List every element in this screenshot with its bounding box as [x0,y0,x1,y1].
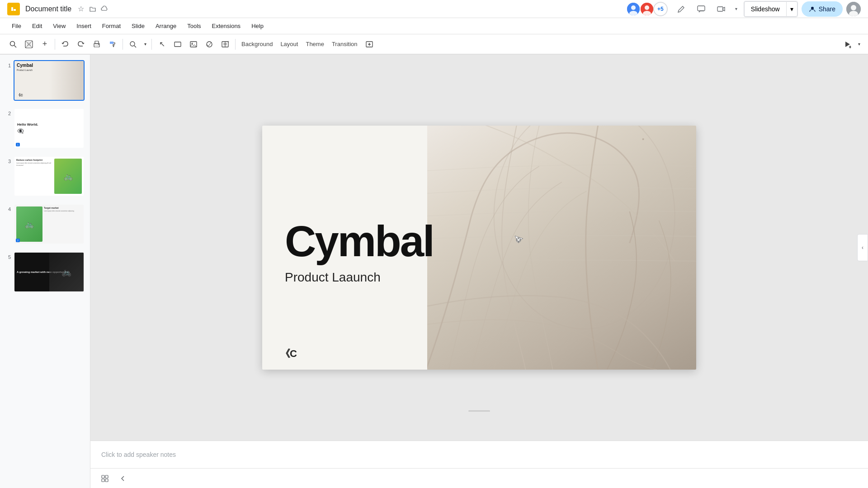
zoom-out-btn[interactable] [21,37,37,52]
slide-number-5: 5 [5,254,11,260]
edit-mode-btn[interactable] [673,1,689,17]
redo-btn[interactable] [73,37,89,52]
menu-format[interactable]: Format [98,21,125,31]
slide-thumb-2[interactable]: Hello World. 👁‍🗨 1 [14,108,85,149]
svg-rect-19 [95,45,99,47]
main-right: Cymbal Product Laaunch 《C [90,55,868,488]
video-dropdown-btn[interactable]: ▾ [733,1,740,17]
user-avatar[interactable] [846,2,861,16]
app-frame: Document title ☆ [0,0,868,488]
slide-thumb-3[interactable]: Reduce carbon footprint Lorem ipsum dolo… [14,156,85,197]
slideshow-button[interactable]: Slideshow [744,1,786,17]
print-btn[interactable] [89,37,104,52]
menu-tools[interactable]: Tools [183,21,205,31]
slide-thumb-1[interactable]: Cymbal Product Launch 《C [14,60,85,101]
zoom-dropdown[interactable]: ▾ [141,37,149,52]
slide-item-1[interactable]: 1 Cymbal Product Launch 《C [4,58,86,103]
slide-panel: 1 Cymbal Product Launch 《C 2 [0,55,90,488]
text-tool[interactable]: + [217,37,233,52]
slideshow-dropdown[interactable]: ▾ [786,1,797,17]
slide-item-4[interactable]: 4 🚲 Target market Lorem ipsum dolor sit … [4,202,86,246]
svg-rect-46 [105,479,108,482]
menu-insert[interactable]: Insert [72,21,96,31]
notes-area: Click to add speaker notes [90,441,868,468]
search-toolbar-btn[interactable] [5,37,21,52]
slide-footer: 《C [280,347,297,361]
menu-extensions[interactable]: Extensions [208,21,245,31]
svg-rect-8 [717,7,723,11]
shape-rect-tool[interactable] [170,37,185,52]
svg-point-26 [207,42,212,47]
image-tool[interactable] [186,37,201,52]
svg-rect-45 [102,479,104,482]
transition-btn[interactable]: Transition [328,37,361,52]
notes-handle[interactable] [468,410,490,412]
slide-number-1: 1 [5,63,11,68]
add-slide-btn[interactable]: + [37,37,52,52]
comments-btn[interactable] [693,1,709,17]
document-title[interactable]: Document title [25,5,71,13]
thumb-3-title: Reduce carbon footprint [16,159,53,161]
app-icon [7,3,20,15]
separator-2 [123,39,123,50]
right-panel-toggle[interactable]: ‹ [857,234,868,261]
header-area: Document title ☆ [0,0,868,55]
menu-file[interactable]: File [7,21,26,31]
bottom-bar [90,468,868,488]
separator-4 [235,39,236,50]
thumb-2-icon: 👁‍🗨 [17,128,24,134]
present-dropdown-btn[interactable]: ▾ [855,37,863,52]
menu-bar: File Edit View Insert Format Slide Arran… [0,18,868,34]
separator-3 [151,39,152,50]
cursor-tool[interactable]: ↖ [154,37,170,52]
content-area: 1 Cymbal Product Launch 《C 2 [0,55,868,488]
menu-edit[interactable]: Edit [28,21,47,31]
slide-subtitle[interactable]: Product Laaunch [285,270,500,285]
paint-format-btn[interactable] [105,37,120,52]
slide-item-5[interactable]: 5 A growing market with new opportunitie… [4,250,86,294]
theme-btn[interactable]: Theme [302,37,327,52]
speaker-notes-placeholder[interactable]: Click to add speaker notes [90,441,868,468]
prev-slide-btn[interactable] [116,471,130,486]
thumb-2-title: Hello World. [17,122,38,127]
menu-slide[interactable]: Slide [127,21,149,31]
zoom-btn[interactable] [125,37,141,52]
title-bar: Document title ☆ [0,0,868,18]
video-btn[interactable] [713,1,729,17]
background-btn[interactable]: Background [238,37,276,52]
cloud-icon[interactable] [100,5,108,13]
share-button[interactable]: Share [802,1,843,17]
present-options-btn[interactable] [840,37,855,52]
slide-number-3: 3 [5,159,11,164]
slide-item-3[interactable]: 3 Reduce carbon footprint Lorem ipsum do… [4,154,86,198]
menu-arrange[interactable]: Arrange [151,21,181,31]
star-icon[interactable]: ☆ [77,5,85,13]
separator-1 [55,39,55,50]
undo-btn[interactable] [57,37,73,52]
thumb-3-image: 🚲 [54,159,82,194]
slide-item-2[interactable]: 2 Hello World. 👁‍🗨 1 [4,106,86,150]
svg-rect-44 [105,475,108,478]
slide-thumb-5[interactable]: A growing market with new opportunities … [14,252,85,292]
grid-view-btn[interactable] [98,471,112,486]
slide-thumb-4[interactable]: 🚲 Target market Lorem ipsum dolor sit am… [14,204,85,244]
svg-text:+: + [227,40,229,43]
svg-point-20 [98,44,99,45]
menu-view[interactable]: View [48,21,70,31]
top-bar-actions: ▾ Slideshow ▾ Share [673,1,861,17]
avatar-count[interactable]: +5 [653,2,668,16]
svg-point-2 [631,5,636,10]
svg-rect-23 [175,42,181,47]
layout-btn[interactable]: Layout [277,37,302,52]
svg-line-22 [134,46,136,47]
menu-help[interactable]: Help [247,21,268,31]
svg-point-21 [130,42,135,46]
slide-brand-name[interactable]: Cymbal [285,220,500,263]
thumb-2-badge: 1 [16,143,20,146]
slide-canvas[interactable]: Cymbal Product Laaunch 《C [262,126,696,370]
slide-number-4: 4 [5,206,11,212]
shape-circle-tool[interactable] [202,37,217,52]
add-element-btn[interactable] [362,37,377,52]
svg-point-37 [642,138,644,140]
folder-icon[interactable] [89,5,97,13]
